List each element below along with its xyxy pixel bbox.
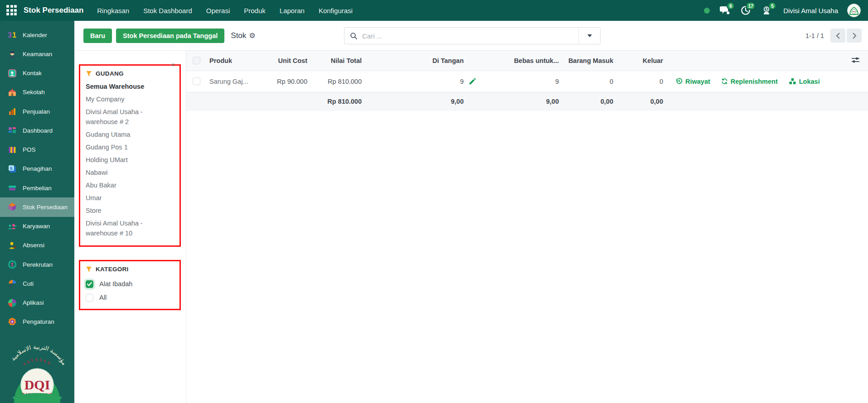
category-label: All	[99, 294, 107, 301]
svg-text:$: $	[766, 7, 768, 11]
control-panel: Baru Stok Persediaan pada Tanggal Stok ⚙…	[74, 21, 868, 51]
pager-next-button[interactable]	[847, 29, 862, 43]
table-row[interactable]: Sarung Gaj... Rp 90.000 Rp 810.000 9 9 0…	[186, 71, 868, 92]
cell-bebas[interactable]: 9	[480, 71, 560, 92]
sidebar-item-dashboard[interactable]: Dashboard	[0, 121, 74, 140]
search-dropdown-toggle[interactable]	[578, 28, 600, 44]
user-avatar[interactable]	[847, 4, 861, 17]
nav-item-stok-dashboard[interactable]: Stok Dashboard	[143, 7, 192, 14]
warehouse-filter-item[interactable]: Gudang Utama	[86, 130, 175, 139]
column-header-barang-masuk[interactable]: Barang Masuk	[560, 51, 614, 71]
column-header-unit-cost[interactable]: Unit Cost	[267, 51, 308, 71]
select-all-checkbox[interactable]	[193, 57, 200, 64]
history-button[interactable]: Riwayat	[676, 78, 710, 85]
search-icon	[350, 32, 358, 40]
sidebar-item-label: Keamanan	[23, 51, 52, 58]
action-gear-icon[interactable]: ⚙	[249, 32, 255, 39]
nav-item-produk[interactable]: Produk	[244, 7, 266, 14]
warehouse-filter-item[interactable]: Abu Bakar	[86, 180, 175, 190]
category-filter-item[interactable]: Alat Ibadah	[86, 277, 175, 291]
sidebar-item-pos[interactable]: POS	[0, 140, 74, 159]
cell-nilai-total[interactable]: Rp 810.000	[308, 71, 363, 92]
sidebar-item-label: Kontak	[23, 70, 42, 77]
sidebar-item-sekolah[interactable]: Sekolah	[0, 83, 74, 102]
sidebar-item-label: Sekolah	[23, 89, 45, 96]
apps-grid-icon[interactable]	[6, 5, 17, 16]
nav-item-konfigurasi[interactable]: Konfigurasi	[319, 7, 353, 14]
search-input[interactable]	[362, 32, 578, 40]
nav-item-laporan[interactable]: Laporan	[280, 7, 305, 14]
apps-pie-icon	[7, 297, 17, 308]
sidebar-item-pembelian[interactable]: Pembelian	[0, 178, 74, 197]
sidebar-item-label: Kalender	[23, 32, 47, 38]
column-header-bebas[interactable]: Bebas untuk...	[480, 51, 560, 71]
cell-spacer	[843, 71, 868, 92]
sidebar-item-aplikasi[interactable]: Aplikasi	[0, 293, 74, 312]
app-sidebar: 31 Kalender Keamanan Kontak Sekolah Penj…	[0, 21, 74, 403]
app-title[interactable]: Stok Persediaan	[24, 6, 83, 15]
warehouse-filter-item[interactable]: Holding UMart	[86, 155, 175, 165]
sidebar-item-perekrutan[interactable]: Perekrutan	[0, 255, 74, 274]
activities-icon[interactable]: 17	[740, 5, 752, 16]
sidebar-item-stok-persediaan[interactable]: Stok Persediaan	[0, 197, 74, 216]
warehouse-filter-item[interactable]: Store	[86, 206, 175, 216]
sidebar-item-kalender[interactable]: 31 Kalender	[0, 25, 74, 44]
attendance-icon	[7, 240, 17, 250]
cell-keluar[interactable]: 0	[614, 71, 664, 92]
warehouse-filter-header: GUDANG	[86, 70, 175, 77]
checkbox-unchecked[interactable]	[86, 294, 93, 302]
sidebar-item-absensi[interactable]: Absensi	[0, 236, 74, 255]
sidebar-item-cuti[interactable]: Cuti	[0, 274, 74, 293]
cell-barang-masuk[interactable]: 0	[560, 71, 614, 92]
checkbox-checked[interactable]	[86, 280, 93, 288]
warehouse-filter-item[interactable]: Semua Warehouse	[86, 82, 175, 91]
sidebar-item-penjualan[interactable]: Penjualan	[0, 102, 74, 121]
edit-pencil-icon[interactable]	[469, 78, 476, 85]
warehouse-filter-item[interactable]: Divisi Amal Usaha - warehouse # 2	[86, 107, 175, 127]
pos-awning-icon	[7, 144, 17, 155]
pager-previous-button[interactable]	[830, 29, 845, 43]
stock-at-date-button[interactable]: Stok Persediaan pada Tanggal	[116, 29, 224, 43]
cell-produk[interactable]: Sarung Gaj...	[206, 71, 267, 92]
employees-icon	[7, 221, 17, 231]
company-switcher[interactable]: Divisi Amal Usaha	[783, 7, 838, 14]
column-header-nilai-total[interactable]: Nilai Total	[308, 51, 363, 71]
settings-gear-icon	[7, 317, 17, 327]
requests-badge: 5	[768, 2, 776, 10]
sidebar-item-kontak[interactable]: Kontak	[0, 64, 74, 83]
requests-icon[interactable]: $ 5	[761, 5, 772, 16]
cell-unit-cost[interactable]: Rp 90.000	[267, 71, 308, 92]
nav-item-operasi[interactable]: Operasi	[206, 7, 230, 14]
warehouse-filter-item[interactable]: Nabawi	[86, 168, 175, 178]
column-header-di-tangan[interactable]: Di Tangan	[363, 51, 465, 71]
sidebar-item-label: Cuti	[23, 280, 34, 287]
row-checkbox[interactable]	[193, 77, 200, 85]
content-row: 31 Kalender Keamanan Kontak Sekolah Penj…	[0, 21, 868, 403]
new-button[interactable]: Baru	[83, 29, 112, 43]
footer-di-tangan: 9,00	[363, 92, 465, 111]
warehouse-filter-item[interactable]: Gudang Pos 1	[86, 142, 175, 152]
caret-down-icon	[587, 34, 592, 37]
chevron-left-icon	[836, 33, 840, 39]
location-button[interactable]: Lokasi	[789, 78, 820, 85]
sidebar-item-keamanan[interactable]: Keamanan	[0, 44, 74, 63]
collapse-panel-icon[interactable]: «	[171, 61, 175, 67]
nav-item-ringkasan[interactable]: Ringkasan	[97, 7, 129, 14]
sidebar-item-pengaturan[interactable]: Pengaturan	[0, 312, 74, 331]
category-filter-item[interactable]: All	[86, 291, 175, 304]
footer-empty	[664, 92, 843, 111]
warehouse-filter-item[interactable]: My Company	[86, 94, 175, 104]
refresh-icon	[721, 78, 728, 85]
sidebar-item-karyawan[interactable]: Karyawan	[0, 217, 74, 236]
warehouse-filter-item[interactable]: Divisi Amal Usaha - warehouse # 10	[86, 218, 175, 238]
sidebar-item-label: Absensi	[23, 242, 44, 249]
column-header-produk[interactable]: Produk	[206, 51, 267, 71]
replenishment-button[interactable]: Replenishment	[721, 78, 778, 85]
messages-icon[interactable]: 6	[719, 5, 731, 16]
cell-di-tangan[interactable]: 9	[363, 71, 465, 92]
sidebar-item-label: Stok Persediaan	[23, 204, 68, 211]
warehouse-filter-item[interactable]: Umar	[86, 193, 175, 203]
sidebar-item-penagihan[interactable]: $ Penagihan	[0, 159, 74, 178]
optional-columns-icon[interactable]	[851, 57, 860, 63]
column-header-keluar[interactable]: Keluar	[614, 51, 664, 71]
